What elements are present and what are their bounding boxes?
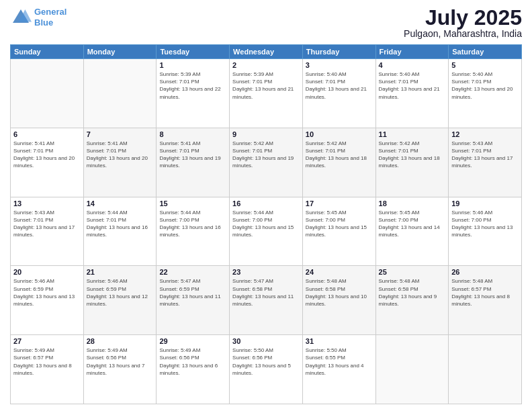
table-row: 6 Sunrise: 5:41 AMSunset: 7:01 PMDayligh… [11,128,84,197]
table-row [83,59,157,128]
header-sunday: Sunday [11,45,84,59]
table-row: 14 Sunrise: 5:44 AMSunset: 7:01 PMDaylig… [83,197,157,266]
day-number: 11 [379,130,446,138]
day-number: 22 [159,268,226,276]
logo-line1: General [34,7,66,17]
table-row: 29 Sunrise: 5:49 AMSunset: 6:56 PMDaylig… [157,335,230,404]
day-number: 25 [379,268,446,276]
day-info: Sunrise: 5:49 AMSunset: 6:57 PMDaylight:… [13,347,72,376]
header-thursday: Thursday [302,45,375,59]
table-row: 31 Sunrise: 5:50 AMSunset: 6:55 PMDaylig… [302,335,375,404]
header: General Blue July 2025 Pulgaon, Maharash… [10,7,522,39]
location-title: Pulgaon, Maharashtra, India [404,28,522,39]
day-number: 4 [379,61,446,69]
day-info: Sunrise: 5:48 AMSunset: 6:58 PMDaylight:… [306,278,367,307]
day-number: 29 [159,337,226,345]
day-info: Sunrise: 5:41 AMSunset: 7:01 PMDaylight:… [87,140,148,169]
table-row: 28 Sunrise: 5:49 AMSunset: 6:56 PMDaylig… [83,335,157,404]
day-info: Sunrise: 5:49 AMSunset: 6:56 PMDaylight:… [159,347,218,376]
day-number: 13 [13,199,81,208]
day-number: 20 [13,268,81,276]
day-info: Sunrise: 5:40 AMSunset: 7:01 PMDaylight:… [306,71,367,100]
day-info: Sunrise: 5:40 AMSunset: 7:01 PMDaylight:… [379,71,440,100]
day-info: Sunrise: 5:43 AMSunset: 7:01 PMDaylight:… [451,140,513,169]
table-row: 4 Sunrise: 5:40 AMSunset: 7:01 PMDayligh… [375,59,449,128]
header-tuesday: Tuesday [157,45,230,59]
calendar-week-row: 1 Sunrise: 5:39 AMSunset: 7:01 PMDayligh… [11,59,522,128]
calendar: Sunday Monday Tuesday Wednesday Thursday… [10,44,522,404]
month-title: July 2025 [404,7,522,28]
day-info: Sunrise: 5:49 AMSunset: 6:56 PMDaylight:… [87,347,145,376]
table-row: 19 Sunrise: 5:46 AMSunset: 7:00 PMDaylig… [449,197,522,266]
table-row: 12 Sunrise: 5:43 AMSunset: 7:01 PMDaylig… [449,128,522,197]
table-row [11,59,84,128]
day-info: Sunrise: 5:41 AMSunset: 7:01 PMDaylight:… [13,140,75,169]
page: General Blue July 2025 Pulgaon, Maharash… [0,0,532,411]
day-number: 27 [13,337,81,345]
day-info: Sunrise: 5:44 AMSunset: 7:00 PMDaylight:… [159,210,220,238]
day-info: Sunrise: 5:45 AMSunset: 7:00 PMDaylight:… [306,210,367,238]
table-row: 30 Sunrise: 5:50 AMSunset: 6:56 PMDaylig… [230,335,303,404]
logo-icon [10,7,32,28]
table-row: 11 Sunrise: 5:42 AMSunset: 7:01 PMDaylig… [375,128,449,197]
day-number: 31 [306,337,373,345]
header-saturday: Saturday [449,45,522,59]
table-row: 7 Sunrise: 5:41 AMSunset: 7:01 PMDayligh… [83,128,157,197]
day-info: Sunrise: 5:40 AMSunset: 7:01 PMDaylight:… [451,71,513,100]
day-number: 23 [232,268,300,276]
table-row: 5 Sunrise: 5:40 AMSunset: 7:01 PMDayligh… [449,59,522,128]
day-number: 14 [87,199,154,208]
day-info: Sunrise: 5:48 AMSunset: 6:58 PMDaylight:… [379,278,437,307]
day-number: 12 [451,130,519,138]
table-row: 9 Sunrise: 5:42 AMSunset: 7:01 PMDayligh… [230,128,303,197]
table-row: 1 Sunrise: 5:39 AMSunset: 7:01 PMDayligh… [157,59,230,128]
day-info: Sunrise: 5:42 AMSunset: 7:01 PMDaylight:… [232,140,294,169]
day-number: 10 [306,130,373,138]
day-number: 16 [232,199,300,208]
day-info: Sunrise: 5:46 AMSunset: 6:59 PMDaylight:… [13,278,75,307]
calendar-week-row: 13 Sunrise: 5:43 AMSunset: 7:01 PMDaylig… [11,197,522,266]
logo: General Blue [10,7,66,28]
logo-text: General Blue [34,7,66,28]
calendar-week-row: 27 Sunrise: 5:49 AMSunset: 6:57 PMDaylig… [11,335,522,404]
table-row: 8 Sunrise: 5:41 AMSunset: 7:01 PMDayligh… [157,128,230,197]
day-info: Sunrise: 5:45 AMSunset: 7:00 PMDaylight:… [379,210,440,238]
day-number: 9 [232,130,300,138]
day-info: Sunrise: 5:44 AMSunset: 7:01 PMDaylight:… [87,210,148,238]
day-info: Sunrise: 5:46 AMSunset: 6:59 PMDaylight:… [87,278,148,307]
day-number: 26 [451,268,519,276]
day-number: 24 [306,268,373,276]
day-number: 21 [87,268,154,276]
table-row: 17 Sunrise: 5:45 AMSunset: 7:00 PMDaylig… [302,197,375,266]
table-row: 23 Sunrise: 5:47 AMSunset: 6:58 PMDaylig… [230,266,303,335]
table-row: 10 Sunrise: 5:42 AMSunset: 7:01 PMDaylig… [302,128,375,197]
logo-line2: Blue [34,17,53,28]
day-info: Sunrise: 5:47 AMSunset: 6:59 PMDaylight:… [159,278,220,307]
day-info: Sunrise: 5:46 AMSunset: 7:00 PMDaylight:… [451,210,513,238]
day-number: 1 [159,61,226,69]
day-info: Sunrise: 5:47 AMSunset: 6:58 PMDaylight:… [232,278,294,307]
title-section: July 2025 Pulgaon, Maharashtra, India [404,7,522,39]
table-row [449,335,522,404]
table-row [375,335,449,404]
day-info: Sunrise: 5:48 AMSunset: 6:57 PMDaylight:… [451,278,510,307]
calendar-week-row: 6 Sunrise: 5:41 AMSunset: 7:01 PMDayligh… [11,128,522,197]
table-row: 27 Sunrise: 5:49 AMSunset: 6:57 PMDaylig… [11,335,84,404]
table-row: 26 Sunrise: 5:48 AMSunset: 6:57 PMDaylig… [449,266,522,335]
table-row: 18 Sunrise: 5:45 AMSunset: 7:00 PMDaylig… [375,197,449,266]
table-row: 15 Sunrise: 5:44 AMSunset: 7:00 PMDaylig… [157,197,230,266]
day-info: Sunrise: 5:50 AMSunset: 6:56 PMDaylight:… [232,347,291,376]
day-info: Sunrise: 5:43 AMSunset: 7:01 PMDaylight:… [13,210,75,238]
day-number: 2 [232,61,300,69]
day-number: 6 [13,130,81,138]
table-row: 21 Sunrise: 5:46 AMSunset: 6:59 PMDaylig… [83,266,157,335]
day-number: 3 [306,61,373,69]
day-info: Sunrise: 5:41 AMSunset: 7:01 PMDaylight:… [159,140,220,169]
table-row: 24 Sunrise: 5:48 AMSunset: 6:58 PMDaylig… [302,266,375,335]
table-row: 25 Sunrise: 5:48 AMSunset: 6:58 PMDaylig… [375,266,449,335]
day-info: Sunrise: 5:44 AMSunset: 7:00 PMDaylight:… [232,210,294,238]
day-info: Sunrise: 5:39 AMSunset: 7:01 PMDaylight:… [232,71,294,100]
header-wednesday: Wednesday [230,45,303,59]
table-row: 2 Sunrise: 5:39 AMSunset: 7:01 PMDayligh… [230,59,303,128]
day-number: 7 [87,130,154,138]
